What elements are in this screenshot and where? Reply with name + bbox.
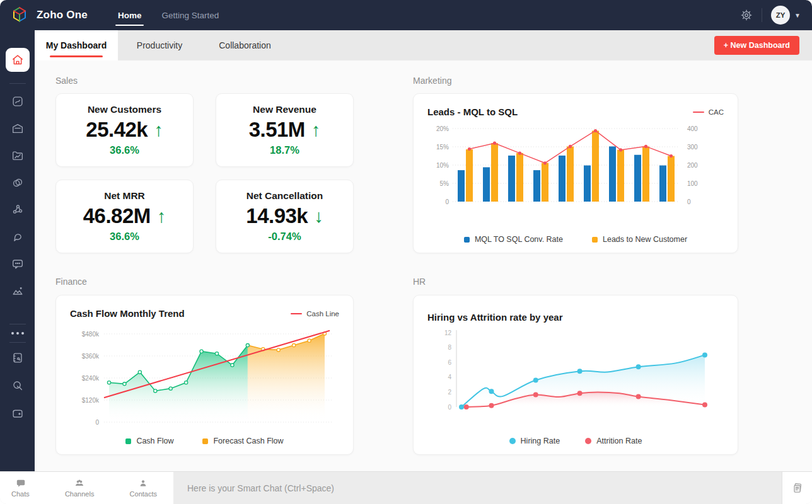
contacts-tab[interactable]: Contacts — [130, 478, 157, 498]
channels-label: Channels — [65, 490, 94, 498]
notes-button[interactable] — [782, 472, 812, 504]
chart-title: Cash Flow Monthly Trend — [70, 308, 185, 319]
svg-text:10%: 10% — [436, 162, 449, 169]
marketing-chart: 20%40015%30010%2005%10000 — [414, 118, 738, 231]
sidebar-item-cliq[interactable] — [10, 229, 25, 244]
nav-home[interactable]: Home — [117, 0, 143, 30]
avatar[interactable]: ZY — [771, 6, 790, 25]
svg-text:0: 0 — [95, 419, 99, 426]
sidebar-item-crm[interactable] — [10, 175, 25, 190]
section-label-marketing: Marketing — [413, 76, 451, 86]
kpi-card-net-mrr: Net MRR 46.82M ↑ 36.6% — [55, 180, 194, 253]
topbar-divider — [762, 8, 762, 22]
sidebar-item-messages[interactable] — [10, 256, 25, 272]
marketing-legend: MQL TO SQL Conv. Rate Leads to New Custo… — [414, 231, 738, 253]
user-menu[interactable]: ZY ▼ — [771, 6, 801, 25]
chat-tabs: Chats Channels Contacts — [0, 472, 173, 504]
mountain-analytics-icon — [13, 288, 22, 294]
svg-text:$120k: $120k — [82, 397, 100, 404]
nav-getting-started[interactable]: Getting Started — [160, 0, 220, 30]
svg-text:5%: 5% — [440, 180, 450, 187]
kpi-delta: 36.6% — [110, 144, 139, 156]
sidebar-item-billing[interactable] — [10, 94, 25, 109]
svg-text:100: 100 — [687, 180, 698, 187]
cash-line-swatch — [291, 313, 302, 315]
channels-tab[interactable]: Channels — [65, 478, 94, 498]
person-icon — [138, 478, 148, 489]
smart-chat-input[interactable] — [187, 483, 722, 493]
sidebar-item-analytics[interactable] — [10, 284, 25, 299]
sidebar-item-home[interactable] — [6, 48, 30, 72]
legend-swatch-blue — [464, 237, 470, 243]
svg-text:0: 0 — [445, 198, 449, 205]
dashboard-tab-bar: My Dashboard Productivity Collaboration … — [35, 30, 812, 60]
tab-my-dashboard[interactable]: My Dashboard — [35, 30, 118, 60]
kpi-delta: 18.7% — [270, 144, 299, 156]
home-icon — [11, 53, 25, 67]
svg-text:8: 8 — [448, 344, 451, 351]
legend-dot-blue — [509, 438, 516, 444]
chats-label: Chats — [11, 490, 30, 498]
app-window: Zoho One Home Getting Started — [0, 0, 812, 504]
hr-legend: Hiring Rate Attrition Rate — [414, 433, 738, 454]
mail-icon — [13, 125, 22, 133]
share-network-icon — [13, 205, 21, 213]
finance-chart: $480k$360k$240k$120k0 — [56, 320, 353, 433]
kpi-card-net-cancellation: Net Cancellation 14.93k ↓ -0.74% — [216, 180, 354, 253]
kpi-value: 46.82M — [83, 204, 151, 228]
card-icon — [13, 97, 22, 106]
folder-chart-icon — [13, 152, 22, 159]
tab-collaboration[interactable]: Collaboration — [201, 30, 289, 60]
kpi-card-new-customers: New Customers 25.42k ↑ 36.6% — [55, 93, 194, 167]
sidebar-item-search[interactable] — [10, 378, 25, 393]
notebook-icon — [14, 353, 21, 362]
cac-legend-label: CAC — [709, 108, 724, 116]
kpi-title: Net Cancellation — [246, 190, 323, 202]
cac-legend: CAC — [693, 108, 724, 116]
notes-icon — [791, 482, 804, 495]
sidebar-item-mail[interactable] — [10, 121, 25, 136]
cash-line-legend-label: Cash Line — [306, 310, 339, 318]
tab-productivity[interactable]: Productivity — [118, 30, 201, 60]
sidebar-item-network[interactable] — [10, 202, 25, 217]
sidebar-item-reports[interactable] — [10, 148, 25, 163]
section-label-hr: HR — [413, 277, 426, 287]
sidebar-divider — [9, 83, 26, 84]
chart-title: Hiring vs Attrition rate by year — [427, 312, 563, 323]
chart-title: Leads - MQL to SQL — [427, 106, 518, 117]
kpi-title: Net MRR — [104, 190, 145, 202]
svg-text:200: 200 — [687, 162, 698, 169]
wallet-icon — [13, 410, 22, 417]
svg-text:300: 300 — [687, 144, 698, 151]
cac-line-swatch — [693, 112, 704, 113]
legend-label: Attrition Rate — [596, 437, 642, 445]
linked-circles-icon — [13, 180, 21, 186]
legend-swatch-orange — [592, 237, 598, 243]
dashboard-content: Sales Marketing Finance HR New Customers… — [35, 60, 812, 471]
svg-text:4: 4 — [448, 374, 451, 381]
zoho-logo-icon — [10, 6, 29, 25]
svg-text:12: 12 — [444, 329, 452, 336]
top-nav: Home Getting Started — [117, 0, 220, 30]
contacts-label: Contacts — [130, 490, 157, 498]
kpi-value: 25.42k — [86, 118, 148, 142]
sidebar-more-button[interactable] — [11, 332, 24, 335]
svg-text:$360k: $360k — [82, 353, 100, 360]
legend-label: Hiring Rate — [521, 437, 560, 445]
cliq-chat-icon — [14, 234, 20, 241]
svg-text:6: 6 — [448, 359, 451, 366]
search-icon — [13, 382, 21, 389]
sidebar-item-wallet[interactable] — [10, 406, 25, 421]
arrow-down-icon: ↓ — [314, 207, 323, 226]
brand-title: Zoho One — [37, 9, 88, 21]
new-dashboard-button[interactable]: + New Dashboard — [714, 36, 799, 55]
section-label-sales: Sales — [55, 76, 78, 86]
legend-label: MQL TO SQL Conv. Rate — [475, 235, 563, 244]
chevron-down-icon: ▼ — [794, 12, 801, 19]
finance-legend: Cash Flow Forecast Cash Flow — [56, 433, 353, 454]
hr-chart: 1286420 — [414, 324, 738, 433]
gear-icon[interactable] — [740, 9, 753, 21]
chats-tab[interactable]: Chats — [11, 478, 30, 498]
sidebar-item-notebook[interactable] — [10, 350, 25, 365]
hr-chart-card: Hiring vs Attrition rate by year 1286420… — [413, 295, 738, 455]
